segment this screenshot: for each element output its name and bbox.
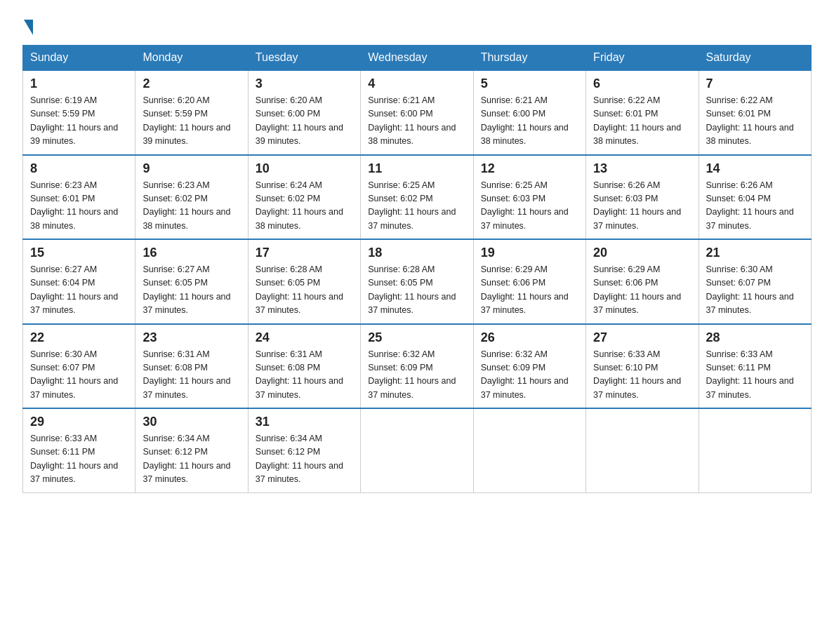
calendar-cell: 13 Sunrise: 6:26 AM Sunset: 6:03 PM Dayl…	[586, 155, 699, 240]
calendar-cell: 24 Sunrise: 6:31 AM Sunset: 6:08 PM Dayl…	[248, 324, 360, 409]
week-row-1: 1 Sunrise: 6:19 AM Sunset: 5:59 PM Dayli…	[23, 70, 812, 155]
calendar-cell: 3 Sunrise: 6:20 AM Sunset: 6:00 PM Dayli…	[248, 70, 360, 155]
day-info: Sunrise: 6:30 AM Sunset: 6:07 PM Dayligh…	[706, 263, 804, 318]
day-number: 27	[593, 330, 691, 345]
calendar-cell: 30 Sunrise: 6:34 AM Sunset: 6:12 PM Dayl…	[135, 408, 248, 492]
day-info: Sunrise: 6:33 AM Sunset: 6:11 PM Dayligh…	[30, 432, 128, 487]
day-number: 28	[706, 330, 804, 345]
calendar-cell: 14 Sunrise: 6:26 AM Sunset: 6:04 PM Dayl…	[699, 155, 811, 240]
day-number: 13	[593, 161, 691, 176]
column-header-monday: Monday	[135, 46, 248, 71]
calendar-header-row: SundayMondayTuesdayWednesdayThursdayFrid…	[23, 46, 812, 71]
calendar-cell: 9 Sunrise: 6:23 AM Sunset: 6:02 PM Dayli…	[135, 155, 248, 240]
column-header-tuesday: Tuesday	[248, 46, 360, 71]
calendar-cell: 28 Sunrise: 6:33 AM Sunset: 6:11 PM Dayl…	[699, 324, 811, 409]
day-info: Sunrise: 6:22 AM Sunset: 6:01 PM Dayligh…	[593, 94, 691, 149]
calendar-cell: 15 Sunrise: 6:27 AM Sunset: 6:04 PM Dayl…	[23, 239, 135, 324]
column-header-saturday: Saturday	[699, 46, 811, 71]
calendar-table: SundayMondayTuesdayWednesdayThursdayFrid…	[22, 45, 812, 493]
day-number: 11	[368, 161, 465, 176]
calendar-cell: 10 Sunrise: 6:24 AM Sunset: 6:02 PM Dayl…	[248, 155, 360, 240]
calendar-cell: 25 Sunrise: 6:32 AM Sunset: 6:09 PM Dayl…	[361, 324, 473, 409]
day-number: 30	[143, 415, 240, 429]
column-header-thursday: Thursday	[473, 46, 585, 71]
day-number: 17	[256, 246, 353, 260]
calendar-cell: 7 Sunrise: 6:22 AM Sunset: 6:01 PM Dayli…	[699, 70, 811, 155]
day-info: Sunrise: 6:31 AM Sunset: 6:08 PM Dayligh…	[256, 348, 353, 403]
day-info: Sunrise: 6:23 AM Sunset: 6:01 PM Dayligh…	[30, 179, 128, 234]
day-number: 5	[481, 76, 578, 91]
calendar-cell	[361, 408, 473, 492]
day-info: Sunrise: 6:20 AM Sunset: 5:59 PM Dayligh…	[143, 94, 240, 149]
day-info: Sunrise: 6:29 AM Sunset: 6:06 PM Dayligh…	[593, 263, 691, 318]
day-info: Sunrise: 6:32 AM Sunset: 6:09 PM Dayligh…	[368, 348, 465, 403]
calendar-cell: 31 Sunrise: 6:34 AM Sunset: 6:12 PM Dayl…	[248, 408, 360, 492]
calendar-cell: 5 Sunrise: 6:21 AM Sunset: 6:00 PM Dayli…	[473, 70, 585, 155]
week-row-4: 22 Sunrise: 6:30 AM Sunset: 6:07 PM Dayl…	[23, 324, 812, 409]
day-number: 4	[368, 76, 465, 91]
day-number: 20	[593, 246, 691, 260]
calendar-cell: 18 Sunrise: 6:28 AM Sunset: 6:05 PM Dayl…	[361, 239, 473, 324]
day-number: 1	[30, 76, 128, 91]
day-info: Sunrise: 6:29 AM Sunset: 6:06 PM Dayligh…	[481, 263, 578, 318]
day-info: Sunrise: 6:30 AM Sunset: 6:07 PM Dayligh…	[30, 348, 128, 403]
column-header-friday: Friday	[586, 46, 699, 71]
calendar-cell	[586, 408, 699, 492]
week-row-3: 15 Sunrise: 6:27 AM Sunset: 6:04 PM Dayl…	[23, 239, 812, 324]
day-number: 29	[30, 415, 128, 429]
calendar-cell: 4 Sunrise: 6:21 AM Sunset: 6:00 PM Dayli…	[361, 70, 473, 155]
day-info: Sunrise: 6:28 AM Sunset: 6:05 PM Dayligh…	[368, 263, 465, 318]
week-row-5: 29 Sunrise: 6:33 AM Sunset: 6:11 PM Dayl…	[23, 408, 812, 492]
day-number: 12	[481, 161, 578, 176]
day-info: Sunrise: 6:25 AM Sunset: 6:02 PM Dayligh…	[368, 179, 465, 234]
calendar-cell: 11 Sunrise: 6:25 AM Sunset: 6:02 PM Dayl…	[361, 155, 473, 240]
day-number: 25	[368, 330, 465, 345]
day-number: 3	[256, 76, 353, 91]
day-number: 23	[143, 330, 240, 345]
day-info: Sunrise: 6:26 AM Sunset: 6:04 PM Dayligh…	[706, 179, 804, 234]
calendar-cell: 12 Sunrise: 6:25 AM Sunset: 6:03 PM Dayl…	[473, 155, 585, 240]
day-info: Sunrise: 6:20 AM Sunset: 6:00 PM Dayligh…	[256, 94, 353, 149]
calendar-cell: 19 Sunrise: 6:29 AM Sunset: 6:06 PM Dayl…	[473, 239, 585, 324]
day-info: Sunrise: 6:23 AM Sunset: 6:02 PM Dayligh…	[143, 179, 240, 234]
calendar-cell: 20 Sunrise: 6:29 AM Sunset: 6:06 PM Dayl…	[586, 239, 699, 324]
day-info: Sunrise: 6:26 AM Sunset: 6:03 PM Dayligh…	[593, 179, 691, 234]
day-info: Sunrise: 6:33 AM Sunset: 6:10 PM Dayligh…	[593, 348, 691, 403]
day-number: 18	[368, 246, 465, 260]
day-info: Sunrise: 6:34 AM Sunset: 6:12 PM Dayligh…	[256, 432, 353, 487]
calendar-cell: 29 Sunrise: 6:33 AM Sunset: 6:11 PM Dayl…	[23, 408, 135, 492]
day-info: Sunrise: 6:28 AM Sunset: 6:05 PM Dayligh…	[256, 263, 353, 318]
calendar-cell: 23 Sunrise: 6:31 AM Sunset: 6:08 PM Dayl…	[135, 324, 248, 409]
day-number: 15	[30, 246, 128, 260]
calendar-cell: 6 Sunrise: 6:22 AM Sunset: 6:01 PM Dayli…	[586, 70, 699, 155]
day-number: 19	[481, 246, 578, 260]
day-number: 26	[481, 330, 578, 345]
week-row-2: 8 Sunrise: 6:23 AM Sunset: 6:01 PM Dayli…	[23, 155, 812, 240]
calendar-cell: 2 Sunrise: 6:20 AM Sunset: 5:59 PM Dayli…	[135, 70, 248, 155]
calendar-cell: 16 Sunrise: 6:27 AM Sunset: 6:05 PM Dayl…	[135, 239, 248, 324]
day-number: 6	[593, 76, 691, 91]
calendar-cell: 8 Sunrise: 6:23 AM Sunset: 6:01 PM Dayli…	[23, 155, 135, 240]
calendar-cell	[473, 408, 585, 492]
day-number: 31	[256, 415, 353, 429]
column-header-wednesday: Wednesday	[361, 46, 473, 71]
day-info: Sunrise: 6:21 AM Sunset: 6:00 PM Dayligh…	[368, 94, 465, 149]
calendar-cell: 26 Sunrise: 6:32 AM Sunset: 6:09 PM Dayl…	[473, 324, 585, 409]
logo-arrow-icon	[24, 20, 33, 35]
day-number: 22	[30, 330, 128, 345]
day-info: Sunrise: 6:27 AM Sunset: 6:04 PM Dayligh…	[30, 263, 128, 318]
day-info: Sunrise: 6:31 AM Sunset: 6:08 PM Dayligh…	[143, 348, 240, 403]
day-number: 7	[706, 76, 804, 91]
day-info: Sunrise: 6:25 AM Sunset: 6:03 PM Dayligh…	[481, 179, 578, 234]
day-number: 14	[706, 161, 804, 176]
day-info: Sunrise: 6:33 AM Sunset: 6:11 PM Dayligh…	[706, 348, 804, 403]
day-number: 21	[706, 246, 804, 260]
calendar-cell: 17 Sunrise: 6:28 AM Sunset: 6:05 PM Dayl…	[248, 239, 360, 324]
day-number: 16	[143, 246, 240, 260]
day-number: 9	[143, 161, 240, 176]
day-info: Sunrise: 6:32 AM Sunset: 6:09 PM Dayligh…	[481, 348, 578, 403]
day-info: Sunrise: 6:24 AM Sunset: 6:02 PM Dayligh…	[256, 179, 353, 234]
logo	[22, 17, 33, 32]
column-header-sunday: Sunday	[23, 46, 135, 71]
calendar-cell: 1 Sunrise: 6:19 AM Sunset: 5:59 PM Dayli…	[23, 70, 135, 155]
